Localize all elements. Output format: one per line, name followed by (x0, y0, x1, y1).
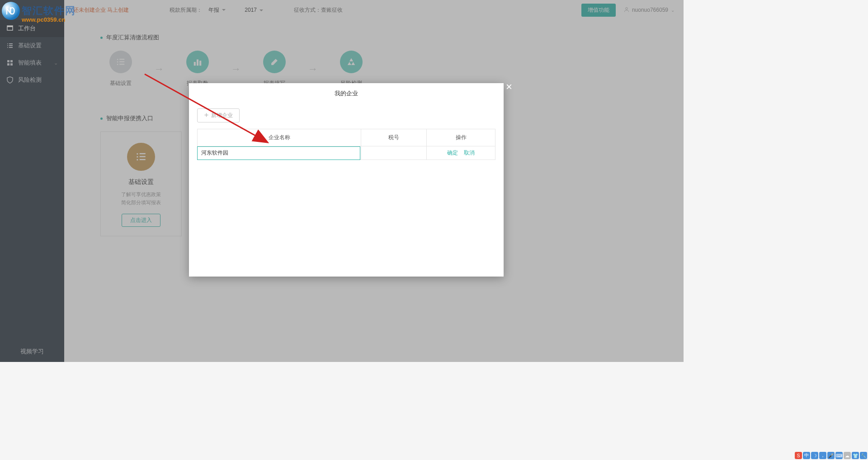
modal-title: 我的企业 (189, 83, 504, 104)
watermark-url: www.pc0359.cn (22, 16, 65, 23)
mic-icon[interactable]: 🎤 (827, 452, 835, 459)
ime-taskbar: S 中 ☽ ， 🎤 ⌨ ☁ 👕 🔧 (795, 452, 867, 459)
table-row: 确定 取消 (198, 146, 495, 160)
skin-icon[interactable]: 👕 (852, 452, 859, 459)
sogou-icon[interactable]: S (795, 452, 802, 459)
ime-mode-icon[interactable]: 中 (803, 452, 810, 459)
wrench-icon[interactable]: 🔧 (860, 452, 867, 459)
add-enterprise-button[interactable]: 新增企业 (197, 108, 240, 122)
confirm-link[interactable]: 确定 (445, 150, 460, 156)
watermark-text: 智汇软件网 (22, 4, 76, 18)
watermark-logo-icon (2, 2, 20, 20)
enterprise-modal: × 我的企业 新增企业 企业名称 税号 操作 (189, 83, 504, 277)
col-name: 企业名称 (198, 129, 361, 146)
keyboard-icon[interactable]: ⌨ (835, 452, 843, 459)
svg-rect-29 (206, 113, 207, 117)
moon-icon[interactable]: ☽ (811, 452, 818, 459)
col-tax: 税号 (361, 129, 427, 146)
col-op: 操作 (427, 129, 495, 146)
cancel-link[interactable]: 取消 (462, 150, 477, 156)
plus-icon (204, 113, 209, 119)
tax-cell (361, 146, 427, 160)
punct-icon[interactable]: ， (819, 452, 826, 459)
enterprise-table: 企业名称 税号 操作 确定 取消 (197, 129, 495, 160)
cloud-icon[interactable]: ☁ (844, 452, 851, 459)
enterprise-name-input[interactable] (197, 146, 360, 160)
close-icon[interactable]: × (504, 82, 514, 93)
